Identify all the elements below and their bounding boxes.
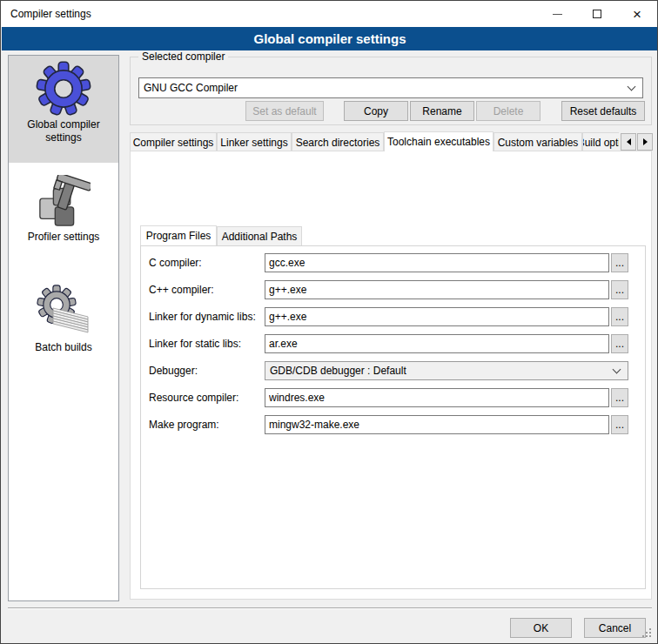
resource-compiler-input[interactable] xyxy=(265,388,609,407)
minimize-button[interactable] xyxy=(537,1,577,27)
arrow-left-icon xyxy=(623,138,631,145)
compiler-select[interactable]: GNU GCC Compiler xyxy=(138,77,643,98)
tab-custom-variables[interactable]: Custom variables xyxy=(494,132,582,151)
title-bar[interactable]: Compiler settings × xyxy=(1,1,657,27)
static-linker-label: Linker for static libs: xyxy=(149,338,264,350)
c-compiler-label: C compiler: xyxy=(149,257,264,269)
sidebar-item-batch-builds[interactable]: Batch builds xyxy=(9,278,118,363)
chevron-down-icon xyxy=(628,83,636,91)
settings-category-list: Global compiler settings Profiler settin… xyxy=(8,55,119,601)
profiler-caliper-icon xyxy=(37,175,91,229)
banner-title: Global compiler settings xyxy=(253,31,406,46)
tab-build-options[interactable]: Build options xyxy=(582,132,619,151)
maximize-icon xyxy=(593,10,601,18)
minimize-icon xyxy=(553,14,562,15)
cpp-compiler-browse-button[interactable]: ... xyxy=(611,280,628,299)
dialog-banner: Global compiler settings xyxy=(2,27,658,50)
tab-program-files[interactable]: Program Files xyxy=(140,225,217,245)
debugger-select-value: GDB/CDB debugger : Default xyxy=(270,365,406,377)
tab-additional-paths[interactable]: Additional Paths xyxy=(217,226,302,245)
tab-scroll-right-button[interactable] xyxy=(637,133,653,151)
compiler-select-value: GNU GCC Compiler xyxy=(144,82,238,94)
make-program-label: Make program: xyxy=(149,419,264,431)
tab-scroll-left-button[interactable] xyxy=(621,133,636,151)
rename-button[interactable]: Rename xyxy=(410,101,474,121)
settings-tabs: Compiler settings Linker settings Search… xyxy=(130,131,619,151)
copy-button[interactable]: Copy xyxy=(344,101,408,121)
cpp-compiler-label: C++ compiler: xyxy=(149,284,264,296)
dynamic-linker-label: Linker for dynamic libs: xyxy=(149,311,264,323)
c-compiler-browse-button[interactable]: ... xyxy=(611,253,628,272)
close-button[interactable]: × xyxy=(617,1,657,27)
chevron-down-icon xyxy=(613,366,621,374)
group-label: Selected compiler xyxy=(138,50,228,63)
sidebar-item-label: Batch builds xyxy=(9,341,118,354)
dynamic-linker-input[interactable] xyxy=(265,307,609,326)
tab-compiler-settings[interactable]: Compiler settings xyxy=(130,132,217,151)
reset-defaults-button[interactable]: Reset defaults xyxy=(561,101,645,121)
gear-blue-icon xyxy=(36,61,91,117)
make-program-input[interactable] xyxy=(265,415,609,434)
cpp-compiler-input[interactable] xyxy=(265,280,609,299)
c-compiler-input[interactable] xyxy=(265,253,609,272)
tab-toolchain-executables[interactable]: Toolchain executables xyxy=(384,131,494,151)
debugger-select[interactable]: GDB/CDB debugger : Default xyxy=(265,361,628,380)
program-tabs: Program Files Additional Paths xyxy=(140,225,302,245)
batch-builds-icon xyxy=(36,284,91,339)
resource-compiler-label: Resource compiler: xyxy=(149,392,264,404)
ok-button[interactable]: OK xyxy=(510,618,572,638)
resize-grip[interactable] xyxy=(642,628,653,639)
set-as-default-button[interactable]: Set as default xyxy=(245,101,324,121)
footer-divider xyxy=(8,607,652,609)
debugger-label: Debugger: xyxy=(149,365,264,377)
static-linker-input[interactable] xyxy=(265,334,609,353)
make-program-browse-button[interactable]: ... xyxy=(611,415,628,434)
tab-search-directories[interactable]: Search directories xyxy=(292,132,384,151)
sidebar-item-label: Global compiler settings xyxy=(9,118,118,144)
delete-button[interactable]: Delete xyxy=(476,101,540,121)
tab-linker-settings[interactable]: Linker settings xyxy=(217,132,292,151)
cancel-button[interactable]: Cancel xyxy=(584,618,646,638)
sidebar-item-label: Profiler settings xyxy=(9,231,118,244)
window-title: Compiler settings xyxy=(10,8,91,20)
close-icon: × xyxy=(633,7,641,22)
maximize-button[interactable] xyxy=(577,1,617,27)
resource-compiler-browse-button[interactable]: ... xyxy=(611,388,628,407)
dynamic-linker-browse-button[interactable]: ... xyxy=(611,307,628,326)
sidebar-item-global-compiler-settings[interactable]: Global compiler settings xyxy=(9,56,118,163)
compiler-settings-dialog: Compiler settings × Global compiler sett… xyxy=(0,0,658,644)
static-linker-browse-button[interactable]: ... xyxy=(611,334,628,353)
arrow-right-icon xyxy=(643,138,651,145)
sidebar-item-profiler-settings[interactable]: Profiler settings xyxy=(9,170,118,257)
